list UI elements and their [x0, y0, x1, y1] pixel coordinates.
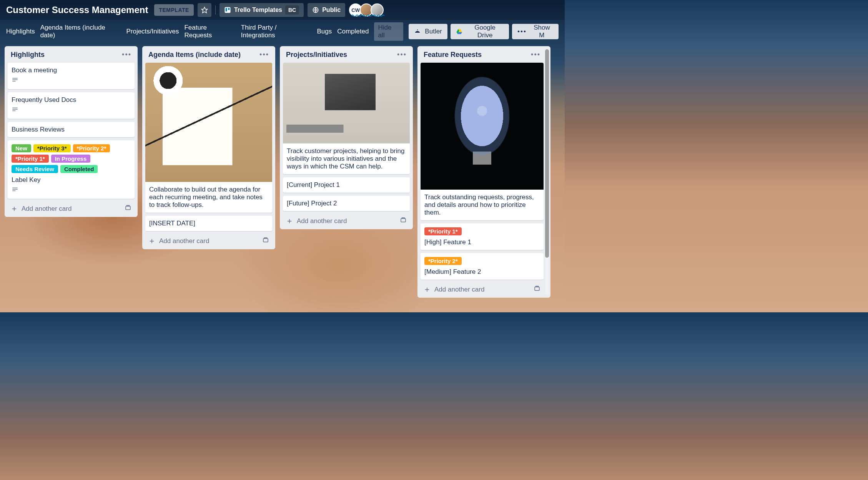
member-avatars[interactable]: CW: [349, 3, 384, 17]
board-title[interactable]: Customer Success Management: [6, 5, 148, 15]
hide-all-button[interactable]: Hide all: [374, 22, 403, 41]
card-cover-image: [145, 63, 272, 182]
plus-icon: [11, 205, 18, 212]
add-card-button[interactable]: Add another card: [424, 286, 484, 293]
add-card-button[interactable]: Add another card: [11, 205, 72, 213]
card-cover-image: [283, 63, 410, 143]
card[interactable]: New *Priority 3* *Priority 2* *Priority …: [8, 140, 135, 199]
board-header: Customer Success Management TEMPLATE Tre…: [0, 0, 565, 20]
card-labels: New *Priority 3* *Priority 2* *Priority …: [12, 144, 131, 173]
filter-link[interactable]: Highlights: [6, 28, 35, 35]
show-menu-label: Show M: [530, 24, 553, 39]
label-completed[interactable]: Completed: [60, 165, 98, 173]
template-icon: [400, 217, 407, 223]
list-projects-initiatives: Projects/Initiatives ••• Track customer …: [280, 46, 413, 229]
trello-logo-icon: [224, 7, 231, 13]
template-badge[interactable]: TEMPLATE: [154, 4, 193, 16]
add-card-label: Add another card: [434, 286, 484, 293]
butler-icon: [414, 28, 421, 35]
butler-button[interactable]: Butler: [409, 24, 447, 39]
add-card-button[interactable]: Add another card: [286, 217, 347, 225]
add-card-button[interactable]: Add another card: [148, 237, 209, 245]
description-icon: [12, 186, 131, 195]
card-title: Book a meeting: [12, 67, 131, 74]
svg-rect-28: [401, 218, 406, 222]
template-icon: [534, 285, 540, 292]
visibility-button[interactable]: Public: [308, 3, 345, 17]
list-title[interactable]: Feature Requests: [424, 51, 482, 59]
google-drive-button[interactable]: Google Drive: [451, 24, 509, 39]
card-template-button[interactable]: [400, 217, 407, 225]
plus-icon: [148, 238, 155, 245]
description-icon: [12, 106, 131, 115]
card-template-button[interactable]: [125, 204, 131, 213]
svg-rect-25: [264, 238, 267, 238]
globe-icon: [312, 7, 319, 13]
list-menu-button[interactable]: •••: [531, 51, 540, 59]
label-needs-review[interactable]: Needs Review: [12, 165, 58, 173]
list-filter-bar: Highlights Agenda Items (include date) P…: [0, 20, 565, 46]
admin-badge-icon: [373, 13, 384, 17]
svg-rect-32: [535, 287, 539, 290]
card[interactable]: [Future] Project 2: [283, 196, 410, 211]
star-button[interactable]: [198, 3, 211, 17]
powerup-buttons: Butler Google Drive ••• Show M: [409, 24, 559, 39]
card[interactable]: Track customer projects, helping to brin…: [283, 63, 410, 174]
plus-icon: [424, 286, 431, 293]
label-priority-2[interactable]: *Priority 2*: [73, 144, 110, 152]
filter-link[interactable]: Projects/Initiatives: [126, 28, 179, 35]
card[interactable]: *Priority 2* [Medium] Feature 2: [421, 253, 544, 280]
svg-marker-0: [201, 7, 207, 13]
list-menu-button[interactable]: •••: [397, 51, 407, 59]
plus-icon: [286, 218, 293, 225]
label-new[interactable]: New: [12, 144, 31, 152]
filter-link[interactable]: Bugs: [317, 28, 332, 35]
card[interactable]: [INSERT DATE]: [145, 216, 272, 231]
list-title[interactable]: Agenda Items (include date): [148, 51, 241, 59]
list-agenda-items: Agenda Items (include date) ••• Collabor…: [142, 46, 275, 249]
filter-link[interactable]: Completed: [337, 28, 369, 35]
workspace-button[interactable]: Trello Templates BC: [219, 3, 304, 17]
label-priority-1[interactable]: *Priority 1*: [12, 155, 49, 163]
google-drive-label: Google Drive: [466, 24, 504, 39]
template-icon: [262, 237, 269, 243]
card-template-button[interactable]: [262, 237, 269, 245]
svg-rect-3: [228, 8, 229, 10]
svg-rect-2: [226, 8, 227, 12]
card-title: Frequently Used Docs: [12, 96, 131, 104]
list-title[interactable]: Projects/Initiatives: [286, 51, 347, 59]
svg-point-5: [417, 29, 418, 30]
label-priority-3[interactable]: *Priority 3*: [33, 144, 71, 152]
card-title: [Current] Project 1: [287, 181, 406, 189]
list-menu-button[interactable]: •••: [259, 51, 269, 59]
add-card-label: Add another card: [159, 237, 209, 245]
svg-rect-33: [535, 286, 539, 287]
card[interactable]: Frequently Used Docs: [8, 92, 135, 119]
card-template-button[interactable]: [534, 285, 540, 294]
filter-link[interactable]: Agenda Items (include date): [40, 24, 121, 39]
label-priority-1[interactable]: *Priority 1*: [424, 227, 462, 235]
scrollbar-thumb[interactable]: [545, 49, 549, 258]
label-in-progress[interactable]: In Progress: [51, 155, 91, 163]
avatar[interactable]: [371, 3, 384, 17]
label-priority-2[interactable]: *Priority 2*: [424, 257, 462, 265]
card[interactable]: Business Reviews: [8, 122, 135, 137]
list-title[interactable]: Highlights: [11, 51, 45, 59]
card-title: Track customer projects, helping to brin…: [287, 147, 406, 170]
card-title: [Medium] Feature 2: [424, 268, 540, 276]
card[interactable]: Collaborate to build out the agenda for …: [145, 63, 272, 213]
card[interactable]: Track outstanding requests, progress, an…: [421, 63, 544, 220]
add-card-label: Add another card: [297, 217, 347, 225]
card[interactable]: Book a meeting: [8, 63, 135, 89]
description-icon: [12, 77, 131, 85]
card-title: [Future] Project 2: [287, 200, 406, 207]
list-scrollbar[interactable]: [545, 49, 549, 295]
ellipsis-icon: •••: [517, 28, 527, 35]
card[interactable]: *Priority 1* [High] Feature 1: [421, 223, 544, 250]
card[interactable]: [Current] Project 1: [283, 177, 410, 193]
list-menu-button[interactable]: •••: [122, 51, 131, 59]
board-canvas[interactable]: Highlights ••• Book a meeting Frequently…: [0, 46, 565, 302]
filter-link[interactable]: Third Party / Integrations: [241, 24, 312, 39]
show-menu-button[interactable]: ••• Show M: [512, 24, 559, 39]
filter-link[interactable]: Feature Requests: [184, 24, 235, 39]
